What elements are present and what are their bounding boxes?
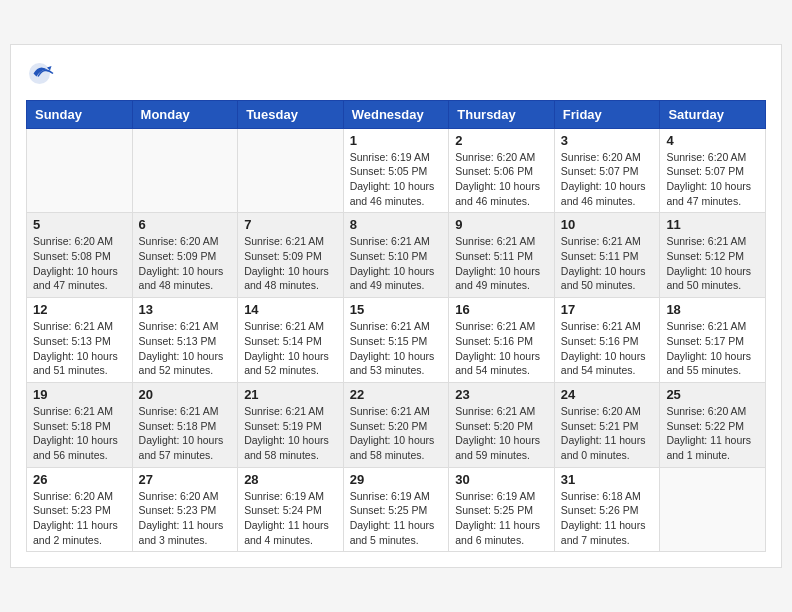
day-number: 27 bbox=[139, 472, 232, 487]
weekday-header-wednesday: Wednesday bbox=[343, 100, 449, 128]
day-info: Sunrise: 6:21 AM Sunset: 5:16 PM Dayligh… bbox=[455, 319, 548, 378]
day-number: 10 bbox=[561, 217, 654, 232]
day-cell: 26Sunrise: 6:20 AM Sunset: 5:23 PM Dayli… bbox=[27, 467, 133, 552]
day-cell: 31Sunrise: 6:18 AM Sunset: 5:26 PM Dayli… bbox=[554, 467, 660, 552]
day-info: Sunrise: 6:20 AM Sunset: 5:23 PM Dayligh… bbox=[139, 489, 232, 548]
day-cell: 5Sunrise: 6:20 AM Sunset: 5:08 PM Daylig… bbox=[27, 213, 133, 298]
day-cell: 29Sunrise: 6:19 AM Sunset: 5:25 PM Dayli… bbox=[343, 467, 449, 552]
week-row-3: 12Sunrise: 6:21 AM Sunset: 5:13 PM Dayli… bbox=[27, 298, 766, 383]
day-cell: 21Sunrise: 6:21 AM Sunset: 5:19 PM Dayli… bbox=[238, 382, 344, 467]
day-cell: 20Sunrise: 6:21 AM Sunset: 5:18 PM Dayli… bbox=[132, 382, 238, 467]
week-row-2: 5Sunrise: 6:20 AM Sunset: 5:08 PM Daylig… bbox=[27, 213, 766, 298]
day-cell: 12Sunrise: 6:21 AM Sunset: 5:13 PM Dayli… bbox=[27, 298, 133, 383]
day-number: 23 bbox=[455, 387, 548, 402]
day-info: Sunrise: 6:21 AM Sunset: 5:10 PM Dayligh… bbox=[350, 234, 443, 293]
day-cell: 1Sunrise: 6:19 AM Sunset: 5:05 PM Daylig… bbox=[343, 128, 449, 213]
day-info: Sunrise: 6:20 AM Sunset: 5:22 PM Dayligh… bbox=[666, 404, 759, 463]
day-number: 28 bbox=[244, 472, 337, 487]
weekday-header-sunday: Sunday bbox=[27, 100, 133, 128]
day-info: Sunrise: 6:21 AM Sunset: 5:12 PM Dayligh… bbox=[666, 234, 759, 293]
day-number: 31 bbox=[561, 472, 654, 487]
day-number: 2 bbox=[455, 133, 548, 148]
day-number: 6 bbox=[139, 217, 232, 232]
day-number: 14 bbox=[244, 302, 337, 317]
day-cell: 8Sunrise: 6:21 AM Sunset: 5:10 PM Daylig… bbox=[343, 213, 449, 298]
day-cell bbox=[27, 128, 133, 213]
weekday-header-row: SundayMondayTuesdayWednesdayThursdayFrid… bbox=[27, 100, 766, 128]
day-number: 24 bbox=[561, 387, 654, 402]
day-info: Sunrise: 6:21 AM Sunset: 5:19 PM Dayligh… bbox=[244, 404, 337, 463]
calendar-container: SundayMondayTuesdayWednesdayThursdayFrid… bbox=[10, 44, 782, 569]
day-cell: 19Sunrise: 6:21 AM Sunset: 5:18 PM Dayli… bbox=[27, 382, 133, 467]
weekday-header-monday: Monday bbox=[132, 100, 238, 128]
day-cell bbox=[660, 467, 766, 552]
day-info: Sunrise: 6:21 AM Sunset: 5:14 PM Dayligh… bbox=[244, 319, 337, 378]
day-info: Sunrise: 6:19 AM Sunset: 5:05 PM Dayligh… bbox=[350, 150, 443, 209]
day-info: Sunrise: 6:21 AM Sunset: 5:13 PM Dayligh… bbox=[33, 319, 126, 378]
day-cell: 18Sunrise: 6:21 AM Sunset: 5:17 PM Dayli… bbox=[660, 298, 766, 383]
day-number: 16 bbox=[455, 302, 548, 317]
weekday-header-tuesday: Tuesday bbox=[238, 100, 344, 128]
day-info: Sunrise: 6:19 AM Sunset: 5:25 PM Dayligh… bbox=[455, 489, 548, 548]
day-number: 1 bbox=[350, 133, 443, 148]
day-number: 30 bbox=[455, 472, 548, 487]
day-cell: 27Sunrise: 6:20 AM Sunset: 5:23 PM Dayli… bbox=[132, 467, 238, 552]
logo-icon bbox=[26, 60, 56, 90]
day-info: Sunrise: 6:20 AM Sunset: 5:06 PM Dayligh… bbox=[455, 150, 548, 209]
day-number: 9 bbox=[455, 217, 548, 232]
day-info: Sunrise: 6:20 AM Sunset: 5:21 PM Dayligh… bbox=[561, 404, 654, 463]
day-info: Sunrise: 6:21 AM Sunset: 5:20 PM Dayligh… bbox=[350, 404, 443, 463]
day-info: Sunrise: 6:21 AM Sunset: 5:17 PM Dayligh… bbox=[666, 319, 759, 378]
day-cell: 9Sunrise: 6:21 AM Sunset: 5:11 PM Daylig… bbox=[449, 213, 555, 298]
day-cell: 10Sunrise: 6:21 AM Sunset: 5:11 PM Dayli… bbox=[554, 213, 660, 298]
calendar-grid: SundayMondayTuesdayWednesdayThursdayFrid… bbox=[26, 100, 766, 553]
day-cell: 3Sunrise: 6:20 AM Sunset: 5:07 PM Daylig… bbox=[554, 128, 660, 213]
day-number: 8 bbox=[350, 217, 443, 232]
day-info: Sunrise: 6:18 AM Sunset: 5:26 PM Dayligh… bbox=[561, 489, 654, 548]
day-cell: 11Sunrise: 6:21 AM Sunset: 5:12 PM Dayli… bbox=[660, 213, 766, 298]
header-section bbox=[26, 60, 766, 90]
day-number: 13 bbox=[139, 302, 232, 317]
day-number: 7 bbox=[244, 217, 337, 232]
day-info: Sunrise: 6:21 AM Sunset: 5:11 PM Dayligh… bbox=[561, 234, 654, 293]
day-cell: 23Sunrise: 6:21 AM Sunset: 5:20 PM Dayli… bbox=[449, 382, 555, 467]
day-cell: 2Sunrise: 6:20 AM Sunset: 5:06 PM Daylig… bbox=[449, 128, 555, 213]
day-cell: 16Sunrise: 6:21 AM Sunset: 5:16 PM Dayli… bbox=[449, 298, 555, 383]
day-number: 18 bbox=[666, 302, 759, 317]
day-info: Sunrise: 6:20 AM Sunset: 5:09 PM Dayligh… bbox=[139, 234, 232, 293]
day-cell: 22Sunrise: 6:21 AM Sunset: 5:20 PM Dayli… bbox=[343, 382, 449, 467]
day-cell: 4Sunrise: 6:20 AM Sunset: 5:07 PM Daylig… bbox=[660, 128, 766, 213]
day-cell: 25Sunrise: 6:20 AM Sunset: 5:22 PM Dayli… bbox=[660, 382, 766, 467]
day-cell: 14Sunrise: 6:21 AM Sunset: 5:14 PM Dayli… bbox=[238, 298, 344, 383]
day-info: Sunrise: 6:20 AM Sunset: 5:08 PM Dayligh… bbox=[33, 234, 126, 293]
day-number: 22 bbox=[350, 387, 443, 402]
day-cell: 13Sunrise: 6:21 AM Sunset: 5:13 PM Dayli… bbox=[132, 298, 238, 383]
day-number: 26 bbox=[33, 472, 126, 487]
day-cell: 24Sunrise: 6:20 AM Sunset: 5:21 PM Dayli… bbox=[554, 382, 660, 467]
day-number: 17 bbox=[561, 302, 654, 317]
weekday-header-friday: Friday bbox=[554, 100, 660, 128]
day-cell: 17Sunrise: 6:21 AM Sunset: 5:16 PM Dayli… bbox=[554, 298, 660, 383]
week-row-5: 26Sunrise: 6:20 AM Sunset: 5:23 PM Dayli… bbox=[27, 467, 766, 552]
day-info: Sunrise: 6:21 AM Sunset: 5:18 PM Dayligh… bbox=[139, 404, 232, 463]
day-number: 3 bbox=[561, 133, 654, 148]
day-info: Sunrise: 6:21 AM Sunset: 5:13 PM Dayligh… bbox=[139, 319, 232, 378]
day-cell bbox=[238, 128, 344, 213]
day-number: 21 bbox=[244, 387, 337, 402]
day-number: 29 bbox=[350, 472, 443, 487]
day-info: Sunrise: 6:19 AM Sunset: 5:24 PM Dayligh… bbox=[244, 489, 337, 548]
day-number: 11 bbox=[666, 217, 759, 232]
day-cell: 30Sunrise: 6:19 AM Sunset: 5:25 PM Dayli… bbox=[449, 467, 555, 552]
day-cell: 7Sunrise: 6:21 AM Sunset: 5:09 PM Daylig… bbox=[238, 213, 344, 298]
day-cell: 15Sunrise: 6:21 AM Sunset: 5:15 PM Dayli… bbox=[343, 298, 449, 383]
day-cell bbox=[132, 128, 238, 213]
day-number: 12 bbox=[33, 302, 126, 317]
day-info: Sunrise: 6:20 AM Sunset: 5:07 PM Dayligh… bbox=[666, 150, 759, 209]
day-info: Sunrise: 6:20 AM Sunset: 5:23 PM Dayligh… bbox=[33, 489, 126, 548]
day-info: Sunrise: 6:21 AM Sunset: 5:09 PM Dayligh… bbox=[244, 234, 337, 293]
day-number: 15 bbox=[350, 302, 443, 317]
day-info: Sunrise: 6:21 AM Sunset: 5:11 PM Dayligh… bbox=[455, 234, 548, 293]
weekday-header-saturday: Saturday bbox=[660, 100, 766, 128]
day-cell: 28Sunrise: 6:19 AM Sunset: 5:24 PM Dayli… bbox=[238, 467, 344, 552]
day-info: Sunrise: 6:21 AM Sunset: 5:18 PM Dayligh… bbox=[33, 404, 126, 463]
